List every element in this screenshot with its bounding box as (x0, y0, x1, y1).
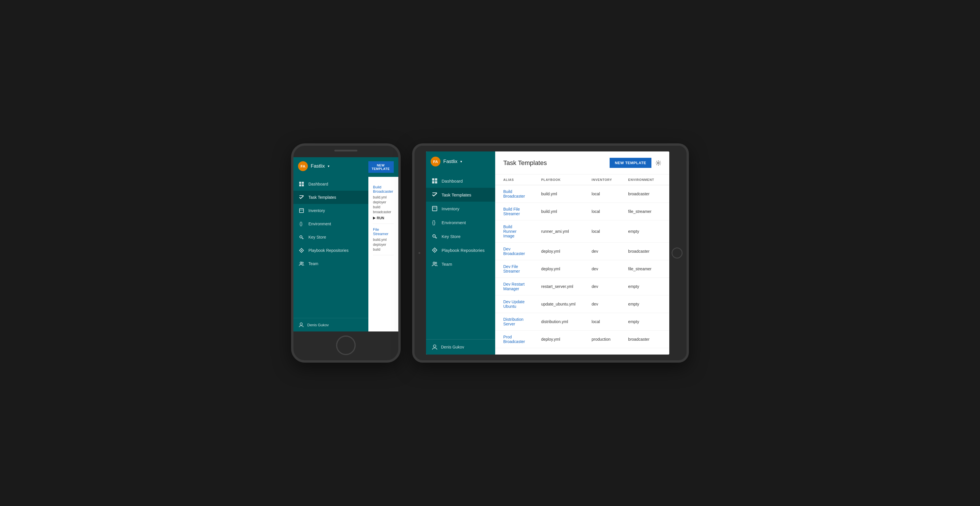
svg-point-31 (434, 345, 436, 347)
table-row: Build Runner Image runner_ami.yml local … (495, 220, 669, 243)
table-row: Dev Restart Manager restart_server.yml d… (495, 278, 669, 295)
col-alias: ALIAS (495, 174, 533, 185)
tablet-nav-playbook-repos[interactable]: Playbook Repositories (426, 243, 495, 257)
dashboard-icon (299, 181, 304, 187)
key-store-icon (299, 234, 304, 240)
col-environment: ENVIRONMENT (620, 174, 662, 185)
phone-nav-task-templates[interactable]: Task Templates (293, 191, 368, 204)
svg-rect-0 (299, 182, 301, 184)
environment-cell-7: empty (620, 313, 662, 330)
inventory-cell-0: local (584, 185, 620, 203)
new-template-button[interactable]: NEW TEMPLATE (609, 158, 651, 168)
tablet-sidebar: FA Fastlix ▾ (426, 152, 495, 354)
tablet-chevron-icon: ▾ (460, 160, 462, 164)
svg-rect-1 (302, 182, 304, 184)
phone-template-row-1: Build Broadcaster build.yml deployer bui… (373, 182, 394, 224)
phone-nav-dashboard[interactable]: Dashboard (293, 177, 368, 191)
phone-nav-key-store-label: Key Store (309, 235, 326, 239)
svg-point-30 (435, 262, 437, 264)
svg-point-13 (300, 262, 302, 264)
tablet-logo-initials: FA (433, 160, 438, 164)
phone-content: NEW TEMPLATE Build Broadcaster build.yml… (368, 157, 398, 332)
alias-link-3[interactable]: Dev Broadcaster (503, 247, 525, 256)
tablet-nav-inventory[interactable]: Inventory (426, 202, 495, 215)
tablet-nav-key-store[interactable]: Key Store (426, 229, 495, 243)
mobile-phone: FA Fastlix ▾ (291, 144, 401, 362)
tablet-nav-task-templates[interactable]: Task Templates (426, 188, 495, 202)
user-icon (299, 322, 304, 327)
phone-run-btn-1[interactable]: RUN (373, 216, 394, 220)
tablet-dashboard-icon (432, 178, 438, 184)
phone-nav-playbook-repos[interactable]: Playbook Repositories (293, 244, 368, 257)
data-table: ALIAS PLAYBOOK INVENTORY ENVIRONMENT ACT… (495, 174, 669, 354)
environment-cell-6: empty (620, 295, 662, 313)
phone-nav-key-store[interactable]: Key Store (293, 230, 368, 244)
playbook-cell-2: runner_ami.yml (533, 220, 583, 243)
phone-nav-inventory-label: Inventory (309, 208, 325, 213)
svg-rect-18 (432, 181, 434, 184)
phone-nav-dashboard-label: Dashboard (309, 182, 328, 186)
playbook-cell-3: deploy.yml (533, 243, 583, 260)
phone-new-template-button[interactable]: NEW TEMPLATE (368, 161, 394, 173)
environment-cell-2: empty (620, 220, 662, 243)
table-row: Dev Update Ubuntu update_ubuntu.yml dev … (495, 295, 669, 313)
phone-content-header: NEW TEMPLATE (368, 157, 398, 177)
tablet-nav-dashboard-label: Dashboard (442, 179, 463, 184)
phone-alias-1[interactable]: Build Broadcaster (373, 185, 394, 193)
phone-screen: FA Fastlix ▾ (293, 157, 398, 332)
tablet-screen: FA Fastlix ▾ (426, 152, 669, 354)
col-playbook: PLAYBOOK (533, 174, 583, 185)
environment-cell-1: file_streamer (620, 203, 662, 220)
environment-icon: {} (299, 221, 304, 227)
tablet-nav-playbook-repos-label: Playbook Repositories (442, 248, 485, 253)
svg-rect-17 (435, 178, 437, 180)
phone-env-2: build (373, 247, 394, 252)
tablet-user-name: Denis Gukov (441, 345, 464, 350)
environment-cell-5: empty (620, 278, 662, 295)
alias-link-6[interactable]: Dev Update Ubuntu (503, 299, 525, 309)
alias-link-5[interactable]: Dev Restart Manager (503, 282, 525, 291)
tablet-header: FA Fastlix ▾ (426, 152, 495, 172)
svg-rect-16 (432, 178, 434, 180)
phone-alias-2[interactable]: File Streamer (373, 227, 394, 236)
phone-nav-environment[interactable]: {} Environment (293, 217, 368, 230)
table-row: Dev File Streamer deploy.yml dev file_st… (495, 260, 669, 278)
svg-rect-5 (299, 209, 304, 212)
phone-template-row-2: File Streamer build.yml deployer build (373, 224, 394, 255)
phone-nav-task-templates-label: Task Templates (309, 195, 336, 200)
tablet-main-header: Task Templates NEW TEMPLATE (495, 152, 669, 174)
tablet-nav-team[interactable]: Team (426, 257, 495, 271)
table-row: Build Broadcaster build.yml local broadc… (495, 185, 669, 203)
tablet-nav-environment-label: Environment (442, 220, 466, 225)
alias-link-7[interactable]: Distribution Server (503, 317, 523, 326)
gear-icon (655, 160, 661, 166)
tablet-environment-icon: {} (432, 220, 438, 225)
phone-nav-team[interactable]: Team (293, 257, 368, 270)
svg-rect-21 (432, 206, 437, 211)
alias-link-2[interactable]: Build Runner Image (503, 224, 517, 238)
playbook-cell-6: update_ubuntu.yml (533, 295, 583, 313)
col-inventory: INVENTORY (584, 174, 620, 185)
alias-link-4[interactable]: Dev File Streamer (503, 264, 520, 273)
header-actions: NEW TEMPLATE (609, 158, 661, 168)
tablet-nav-dashboard[interactable]: Dashboard (426, 174, 495, 188)
environment-cell-3: broadcaster (620, 243, 662, 260)
tablet-nav-task-templates-label: Task Templates (442, 192, 471, 197)
phone-nav-inventory[interactable]: Inventory (293, 204, 368, 217)
playbook-cell-8: deploy.yml (533, 330, 583, 348)
tablet-main: Task Templates NEW TEMPLATE ALIA (495, 152, 669, 354)
phone-logo: FA Fastlix ▾ (298, 161, 329, 171)
svg-point-15 (300, 323, 302, 325)
alias-link-8[interactable]: Prod Broadcaster (503, 335, 525, 344)
inventory-cell-8: production (584, 330, 620, 348)
svg-rect-2 (299, 184, 301, 186)
tablet-nav-environment[interactable]: {} Environment (426, 215, 495, 229)
settings-button[interactable] (655, 160, 661, 166)
inventory-cell-6: dev (584, 295, 620, 313)
svg-point-14 (302, 262, 304, 264)
tablet-device: FA Fastlix ▾ (412, 144, 689, 362)
inventory-cell-5: dev (584, 278, 620, 295)
alias-link-1[interactable]: Build File Streamer (503, 207, 520, 216)
inventory-cell-4: dev (584, 260, 620, 278)
alias-link-0[interactable]: Build Broadcaster (503, 189, 525, 198)
